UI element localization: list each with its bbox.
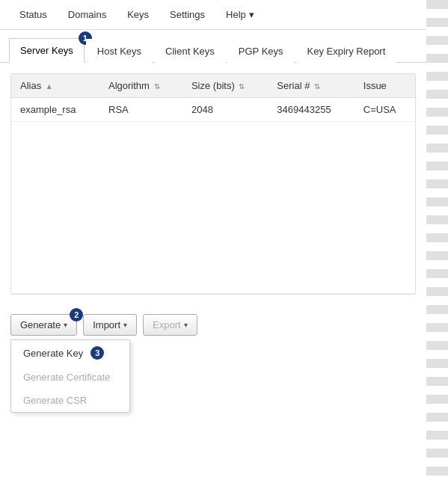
cell-size: 2048 [182,98,268,122]
cell-issue: C=USA [355,98,415,122]
generate-dropdown-icon: ▾ [64,321,67,329]
table-header-row: Alias ▲ Algorithm ⇅ Size (bits) ⇅ Serial… [11,74,415,98]
nav-status[interactable]: Status [9,1,58,28]
col-alias[interactable]: Alias ▲ [11,74,99,98]
col-issue[interactable]: Issue [355,74,415,98]
tab-host-keys[interactable]: Host Keys [86,39,153,63]
nav-help[interactable]: Help ▾ [215,1,265,28]
generate-badge: 2 [70,308,83,322]
dropdown-generate-certificate: Generate Certificate [11,366,129,389]
tab-pgp-keys[interactable]: PGP Keys [227,39,295,63]
cell-algorithm: RSA [99,98,182,122]
sort-both-icon-2: ⇅ [239,82,245,90]
nav-keys[interactable]: Keys [117,1,159,28]
dropdown-generate-key[interactable]: Generate Key 3 [11,340,129,366]
generate-dropdown-menu: Generate Key 3 Generate Certificate Gene… [10,339,130,413]
export-dropdown-icon: ▾ [184,321,188,329]
cell-alias: example_rsa [11,98,99,122]
tab-key-expiry-report[interactable]: Key Expiry Report [296,39,397,63]
bottom-toolbar: Generate ▾ 2 Import ▾ Export ▾ Generate … [0,305,426,345]
tab-server-keys[interactable]: Server Keys [9,38,85,63]
tabs-area: Server Keys 1 Host Keys Client Keys PGP … [0,30,426,63]
nav-settings[interactable]: Settings [159,1,215,28]
server-keys-table: Alias ▲ Algorithm ⇅ Size (bits) ⇅ Serial… [11,74,415,294]
generate-button[interactable]: Generate ▾ [10,314,77,336]
import-dropdown-icon: ▾ [123,321,127,329]
nav-domains[interactable]: Domains [58,1,117,28]
sort-both-icon: ⇅ [154,82,160,90]
main-content: Alias ▲ Algorithm ⇅ Size (bits) ⇅ Serial… [10,73,416,295]
cell-serial: 3469443255 [268,98,354,122]
import-button[interactable]: Import ▾ [83,314,137,336]
table-empty-area [11,122,415,294]
tab-client-keys[interactable]: Client Keys [154,39,226,63]
col-algorithm[interactable]: Algorithm ⇅ [99,74,182,98]
table-row[interactable]: example_rsa RSA 2048 3469443255 C=USA [11,98,415,122]
sort-both-icon-3: ⇅ [314,82,320,90]
generate-key-badge: 3 [90,346,104,360]
col-serial[interactable]: Serial # ⇅ [268,74,354,98]
export-button[interactable]: Export ▾ [143,314,197,336]
sort-asc-icon: ▲ [46,82,53,90]
chevron-down-icon: ▾ [249,9,254,20]
dropdown-generate-csr: Generate CSR [11,389,129,412]
top-nav: Status Domains Keys Settings Help ▾ [0,0,426,30]
col-size[interactable]: Size (bits) ⇅ [182,74,268,98]
